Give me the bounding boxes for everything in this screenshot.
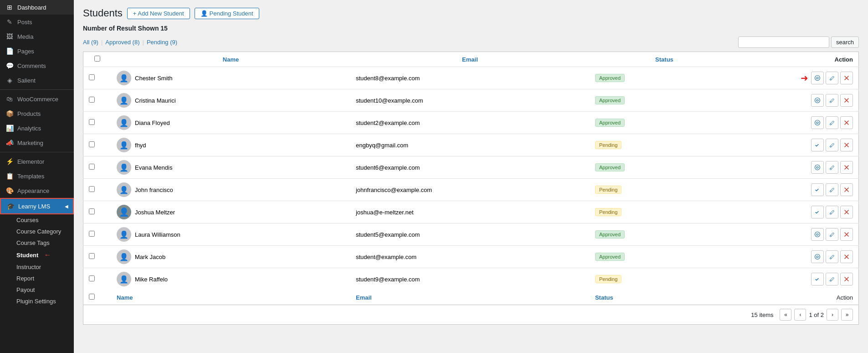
edit-button[interactable] <box>826 273 838 286</box>
tfoot-name-link[interactable]: Name <box>117 294 133 301</box>
table-row: 👤 Laura Williamson student5@example.com … <box>83 223 859 246</box>
view-button[interactable] <box>811 139 824 151</box>
row-action-cell <box>739 112 858 134</box>
email-sort-link[interactable]: Email <box>462 56 478 63</box>
status-badge: Pending <box>595 141 621 149</box>
woocommerce-icon: 🛍 <box>5 95 14 103</box>
row-checkbox[interactable] <box>89 97 95 103</box>
edit-button[interactable] <box>826 94 838 107</box>
sidebar-item-course-category[interactable]: Course Category <box>13 226 74 237</box>
sidebar-item-marketing[interactable]: 📣 Marketing <box>0 135 74 150</box>
sidebar-item-student[interactable]: Student ← <box>13 249 74 261</box>
next-page-button[interactable]: › <box>827 309 838 321</box>
sidebar-item-pages[interactable]: 📄 Pages <box>0 44 74 58</box>
row-checkbox[interactable] <box>89 164 95 170</box>
pending-student-button[interactable]: 👤 Pending Student <box>195 8 259 19</box>
tfoot-status-link[interactable]: Status <box>595 294 613 301</box>
tfoot-email-link[interactable]: Email <box>356 294 372 301</box>
search-input[interactable] <box>738 36 829 48</box>
edit-button[interactable] <box>826 116 838 129</box>
status-sort-link[interactable]: Status <box>655 56 673 63</box>
sidebar-item-analytics[interactable]: 📊 Analytics <box>0 121 74 135</box>
edit-button[interactable] <box>826 250 838 263</box>
view-button[interactable] <box>811 161 824 174</box>
edit-button[interactable] <box>826 206 838 218</box>
sidebar-item-instructor[interactable]: Instructor <box>13 261 74 273</box>
prev-page-button[interactable]: ‹ <box>794 309 806 321</box>
sidebar-item-plugin-settings[interactable]: Plugin Settings <box>13 296 74 307</box>
view-button[interactable] <box>811 250 824 263</box>
sidebar-item-learny-lms[interactable]: 🎓 Learny LMS ◀ <box>0 198 74 214</box>
edit-button[interactable] <box>826 183 838 196</box>
filter-approved[interactable]: Approved (8) <box>105 39 139 46</box>
delete-button[interactable] <box>840 206 853 218</box>
row-checkbox[interactable] <box>89 231 95 237</box>
footer-select-all-checkbox[interactable] <box>89 294 95 300</box>
sidebar-item-templates[interactable]: 📋 Templates <box>0 169 74 183</box>
row-action-cell <box>739 223 858 246</box>
row-checkbox[interactable] <box>89 119 95 125</box>
delete-button[interactable] <box>840 116 853 129</box>
view-button[interactable] <box>811 273 824 286</box>
row-email-cell: johnfrancisco@example.com <box>350 179 590 201</box>
sidebar-item-dashboard[interactable]: ⊞ Dashboard <box>0 0 74 15</box>
name-sort-link[interactable]: Name <box>223 56 239 63</box>
view-button[interactable] <box>811 72 824 84</box>
delete-button[interactable] <box>840 94 853 107</box>
sidebar-item-report[interactable]: Report <box>13 273 74 284</box>
sidebar-item-media[interactable]: 🖼 Media <box>0 29 74 44</box>
sidebar-item-woocommerce[interactable]: 🛍 WooCommerce <box>0 92 74 106</box>
row-checkbox[interactable] <box>89 253 95 259</box>
sidebar-divider-2 <box>0 152 74 152</box>
row-checkbox[interactable] <box>89 141 95 147</box>
sidebar-item-label: Pages <box>17 48 34 55</box>
row-checkbox[interactable] <box>89 74 95 80</box>
view-button[interactable] <box>811 228 824 241</box>
view-button[interactable] <box>811 206 824 218</box>
student-name: Chester Smith <box>135 75 172 82</box>
pages-icon: 📄 <box>5 47 14 55</box>
filter-pending[interactable]: Pending (9) <box>147 39 177 46</box>
delete-button[interactable] <box>840 183 853 196</box>
row-action-cell <box>739 268 858 291</box>
table-row: 👤 Mike Raffelo student9@example.com Pend… <box>83 268 859 291</box>
last-page-button[interactable]: » <box>841 309 853 321</box>
view-button[interactable] <box>811 94 824 107</box>
sidebar-item-comments[interactable]: 💬 Comments <box>0 58 74 73</box>
student-arrow-icon: ← <box>44 251 51 259</box>
sidebar-item-course-tags[interactable]: Course Tags <box>13 237 74 249</box>
sidebar-item-courses[interactable]: Courses <box>13 214 74 226</box>
delete-button[interactable] <box>840 161 853 174</box>
sidebar-item-payout[interactable]: Payout <box>13 284 74 296</box>
row-checkbox[interactable] <box>89 186 95 192</box>
delete-button[interactable] <box>840 273 853 286</box>
avatar: 👤 <box>117 71 131 85</box>
delete-button[interactable] <box>840 250 853 263</box>
sidebar-item-appearance[interactable]: 🎨 Appearance <box>0 183 74 198</box>
first-page-button[interactable]: « <box>780 309 791 321</box>
result-count: Number of Result Shown 15 <box>83 25 859 32</box>
edit-button[interactable] <box>826 139 838 151</box>
search-button[interactable]: search <box>831 36 859 48</box>
add-new-student-button[interactable]: + Add New Student <box>127 8 190 19</box>
student-email: student5@example.com <box>356 231 420 238</box>
delete-button[interactable] <box>840 139 853 151</box>
learny-icon: 🎓 <box>6 202 15 210</box>
row-checkbox-cell <box>83 246 112 268</box>
sidebar-item-posts[interactable]: ✎ Posts <box>0 15 74 29</box>
sidebar-item-elementor[interactable]: ⚡ Elementor <box>0 154 74 169</box>
filter-all[interactable]: All (9) <box>83 39 98 46</box>
delete-button[interactable] <box>840 72 853 84</box>
edit-button[interactable] <box>826 228 838 241</box>
select-all-checkbox[interactable] <box>94 56 100 62</box>
delete-button[interactable] <box>840 228 853 241</box>
view-button[interactable] <box>811 116 824 129</box>
row-checkbox[interactable] <box>89 208 95 214</box>
row-checkbox[interactable] <box>89 275 95 281</box>
sidebar-item-salient[interactable]: ◈ Salient <box>0 73 74 88</box>
edit-button[interactable] <box>826 161 838 174</box>
view-button[interactable] <box>811 183 824 196</box>
sidebar-item-products[interactable]: 📦 Products <box>0 106 74 121</box>
status-badge: Pending <box>595 186 621 194</box>
edit-button[interactable] <box>826 72 838 84</box>
